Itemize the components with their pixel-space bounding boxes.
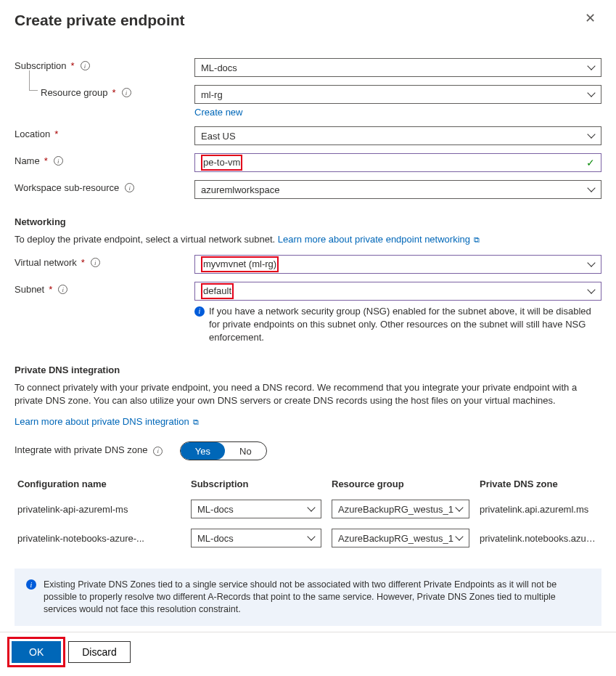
row-resourcegroup-dropdown[interactable]: AzureBackupRG_westus_1 [332,529,469,547]
external-link-icon: ⧉ [472,235,480,244]
external-link-icon: ⧉ [191,418,199,426]
info-icon[interactable]: i [125,183,134,192]
chevron-down-icon [588,261,595,268]
toggle-no[interactable]: No [225,442,266,460]
chevron-down-icon [588,64,595,71]
row-resourcegroup-dropdown[interactable]: AzureBackupRG_westus_1 [332,500,469,518]
chevron-down-icon [588,288,595,295]
page-title: Create private endpoint [15,12,185,29]
info-icon[interactable]: i [122,88,131,97]
create-new-link[interactable]: Create new [194,107,601,118]
dns-zone-value: privatelink.api.azureml.ms [480,504,599,515]
chevron-down-icon [588,132,595,139]
dns-zone-value: privatelink.notebooks.azure.n... [480,533,599,544]
vnet-label: Virtual network* i [15,255,194,268]
name-input[interactable]: pe-to-vm ✓ [194,153,601,172]
dns-intro: To connect privately with your private e… [15,381,601,407]
chevron-down-icon [456,505,463,513]
dns-learn-link[interactable]: Learn more about private DNS integration… [15,416,199,427]
networking-learn-link[interactable]: Learn more about private endpoint networ… [278,234,480,245]
networking-intro: To deploy the private endpoint, select a… [15,233,601,246]
ok-button[interactable]: OK [12,641,61,663]
subnet-hint: If you have a network security group (NS… [209,305,601,344]
subresource-dropdown[interactable]: azuremlworkspace [194,180,601,199]
row-subscription-dropdown[interactable]: ML-docs [191,529,321,547]
dns-table-header: Configuration name Subscription Resource… [15,473,601,494]
info-icon[interactable]: i [58,285,67,294]
info-icon[interactable]: i [54,156,63,166]
info-icon[interactable]: i [81,61,90,70]
name-label: Name* i [15,153,194,166]
vnet-dropdown[interactable]: myvmvnet (ml-rg) [194,255,601,274]
table-row: privatelink-api-azureml-ms ML-docs Azure… [15,494,601,524]
check-icon: ✓ [586,157,595,168]
info-icon[interactable]: i [91,258,100,267]
subscription-label: Subscription* i [15,58,194,71]
chevron-down-icon [308,505,315,513]
subscription-dropdown[interactable]: ML-docs [194,58,601,77]
dns-warning-alert: i Existing Private DNS Zones tied to a s… [15,569,601,626]
info-icon: i [194,306,205,317]
subnet-label: Subnet* i [15,282,194,295]
footer: OK Discard [0,632,616,676]
chevron-down-icon [588,91,595,98]
close-icon[interactable]: ✕ [579,9,601,28]
subnet-dropdown[interactable]: default [194,282,601,301]
config-name: privatelink-notebooks-azure-... [17,533,181,544]
location-label: Location* [15,126,194,139]
table-row: privatelink-notebooks-azure-... ML-docs … [15,524,601,553]
dns-toggle-label: Integrate with private DNS zone [15,444,148,455]
row-subscription-dropdown[interactable]: ML-docs [191,500,321,518]
resource-group-dropdown[interactable]: ml-rg [194,85,601,104]
dns-toggle[interactable]: Yes No [180,441,267,460]
networking-section-title: Networking [15,216,601,227]
toggle-yes[interactable]: Yes [181,442,225,460]
dns-section-title: Private DNS integration [15,365,601,375]
discard-button[interactable]: Discard [68,641,130,663]
location-dropdown[interactable]: East US [194,126,601,145]
chevron-down-icon [456,534,463,542]
subresource-label: Workspace sub-resource i [15,180,194,193]
info-icon: i [26,579,36,590]
config-name: privatelink-api-azureml-ms [17,504,181,515]
chevron-down-icon [308,534,315,542]
resource-group-label: Resource group* i [15,85,194,98]
chevron-down-icon [588,186,595,193]
info-icon[interactable]: i [153,447,163,456]
